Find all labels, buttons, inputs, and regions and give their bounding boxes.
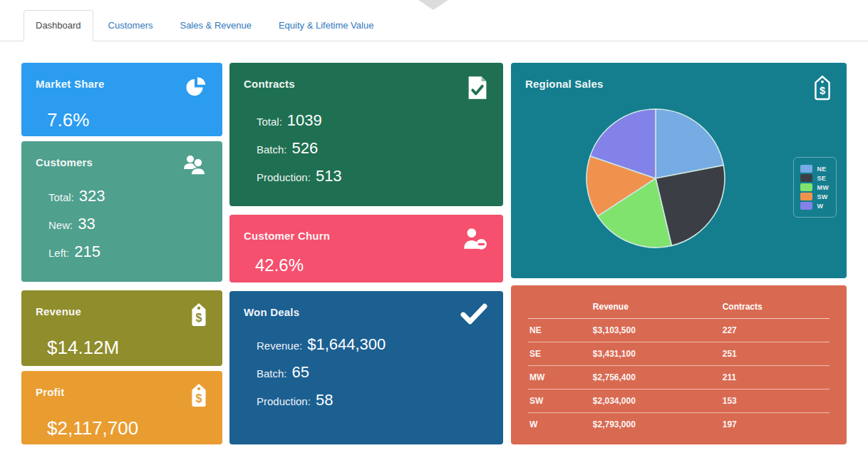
metric-total: Total:323 — [48, 187, 208, 207]
tab-bar: Dashboard Customers Sales & Revenue Equi… — [0, 9, 868, 41]
metric-batch: Batch:65 — [257, 363, 489, 383]
won-deals-tile[interactable]: Won Deals Revenue:$1,644,300 Batch:65 Pr… — [229, 291, 503, 444]
legend-item-ne: NE — [800, 165, 829, 173]
customer-churn-title: Customer Churn — [244, 227, 330, 242]
table-cell: $2,793,000 — [591, 413, 721, 437]
table-row: SW$2,034,000153 — [528, 390, 830, 413]
table-cell: 197 — [721, 413, 830, 437]
price-tag-icon: $ — [190, 302, 208, 330]
won-deals-metrics: Revenue:$1,644,300 Batch:65 Production:5… — [257, 335, 489, 411]
table-cell: SE — [528, 342, 591, 366]
market-share-tile[interactable]: Market Share 7.6% — [21, 63, 222, 136]
scroll-indicator-arrow-icon — [418, 0, 448, 10]
table-cell: $3,103,500 — [591, 319, 721, 342]
metric-total: Total:1039 — [257, 111, 489, 131]
metric-revenue: Revenue:$1,644,300 — [257, 335, 489, 355]
svg-text:$: $ — [820, 85, 825, 96]
regional-sales-title: Regional Sales — [525, 75, 604, 90]
table-cell: NE — [528, 319, 591, 342]
table-cell: $2,034,000 — [591, 390, 721, 413]
table-cell: $2,756,400 — [591, 366, 721, 390]
table-header-row: RevenueContracts — [528, 295, 830, 319]
legend-swatch-icon — [800, 202, 812, 210]
table-column-header: Contracts — [721, 295, 830, 319]
customer-churn-value: 42.6% — [255, 255, 489, 275]
revenue-title: Revenue — [36, 302, 81, 317]
metric-production: Production:513 — [257, 167, 489, 187]
users-icon — [181, 153, 208, 179]
table-row: SE$3,431,100251 — [528, 342, 830, 366]
tab-customers[interactable]: Customers — [96, 10, 165, 41]
regional-sales-pie-chart — [584, 107, 727, 250]
table-column-header — [528, 295, 591, 319]
contracts-title: Contracts — [244, 75, 295, 90]
table-cell: 227 — [721, 319, 830, 342]
table-cell: MW — [528, 366, 591, 390]
legend-label: NE — [817, 166, 826, 173]
revenue-value: $14.12M — [47, 337, 208, 359]
market-share-title: Market Share — [36, 75, 105, 90]
table-cell: SW — [528, 390, 591, 413]
table-cell: 153 — [721, 390, 830, 413]
legend-label: W — [817, 203, 823, 210]
table-row: MW$2,756,400211 — [528, 366, 830, 390]
metric-production: Production:58 — [257, 391, 489, 411]
legend-label: SE — [817, 175, 826, 182]
customers-title: Customers — [36, 153, 93, 168]
legend-item-w: W — [800, 202, 829, 210]
customers-metrics: Total:323 New:33 Left:215 — [48, 187, 208, 263]
table-row: W$2,793,000197 — [528, 413, 830, 437]
tab-dashboard[interactable]: Dashboard — [24, 10, 93, 41]
legend-label: MW — [817, 184, 829, 191]
legend-item-sw: SW — [800, 193, 829, 200]
table-cell: 251 — [721, 342, 830, 366]
pie-legend: NESEMWSWW — [793, 157, 837, 218]
svg-text:$: $ — [196, 312, 202, 324]
table-cell: $3,431,100 — [591, 342, 721, 366]
metric-left: Left:215 — [48, 243, 208, 263]
profit-value: $2,117,700 — [47, 417, 208, 439]
user-minus-icon — [460, 227, 489, 254]
profit-title: Profit — [36, 383, 64, 398]
legend-swatch-icon — [800, 183, 812, 191]
legend-swatch-icon — [800, 193, 812, 200]
won-deals-title: Won Deals — [244, 303, 299, 318]
document-check-icon — [466, 75, 489, 103]
price-tag-icon: $ — [190, 383, 208, 410]
regional-sales-table-tile[interactable]: RevenueContracts NE$3,103,500227SE$3,431… — [511, 285, 847, 444]
table-row: NE$3,103,500227 — [528, 319, 830, 342]
legend-swatch-icon — [800, 174, 812, 182]
regional-sales-table: RevenueContracts NE$3,103,500227SE$3,431… — [528, 295, 830, 436]
legend-label: SW — [817, 193, 827, 200]
pie-chart-icon — [184, 75, 208, 102]
legend-item-mw: MW — [800, 183, 829, 191]
customers-tile[interactable]: Customers Total:323 New:33 Left:215 — [21, 141, 222, 282]
legend-item-se: SE — [800, 174, 829, 182]
price-tag-icon: $ — [812, 75, 832, 103]
table-cell: 211 — [721, 366, 830, 390]
dashboard-page: Dashboard Customers Sales & Revenue Equi… — [0, 0, 868, 458]
metric-new: New:33 — [48, 215, 208, 235]
profit-tile[interactable]: Profit $ $2,117,700 — [21, 371, 222, 444]
regional-sales-tile[interactable]: Regional Sales $ NESEMWSWW — [511, 63, 847, 278]
svg-text:$: $ — [196, 392, 202, 404]
tab-sales-revenue[interactable]: Sales & Revenue — [167, 10, 263, 41]
metric-batch: Batch:526 — [257, 139, 489, 159]
tab-equity-lifetime-value[interactable]: Equity & Lifetime Value — [267, 10, 386, 41]
table-column-header: Revenue — [591, 295, 721, 319]
contracts-tile[interactable]: Contracts Total:1039 Batch:526 Productio… — [229, 63, 503, 206]
customer-churn-tile[interactable]: Customer Churn 42.6% — [229, 215, 503, 283]
contracts-metrics: Total:1039 Batch:526 Production:513 — [257, 111, 489, 187]
check-icon — [459, 303, 489, 327]
market-share-value: 7.6% — [47, 109, 208, 131]
table-cell: W — [528, 413, 591, 437]
legend-swatch-icon — [800, 165, 812, 173]
revenue-tile[interactable]: Revenue $ $14.12M — [21, 290, 222, 366]
